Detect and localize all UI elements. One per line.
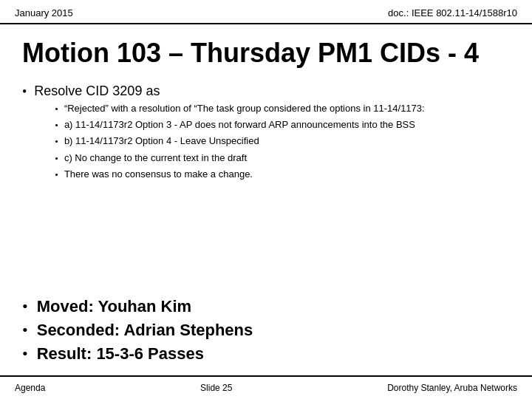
sub-bullet-icon: • [55,153,58,165]
sub-bullet-text: “Rejected” with a resolution of “The tas… [64,102,425,115]
bottom-bullet-item: •Result: 15-3-6 Passes [22,344,510,364]
footer-center: Slide 25 [200,383,232,393]
bottom-bullet-item: •Seconded: Adrian Stephens [22,321,510,340]
slide-header: January 2015 doc.: IEEE 802.11-14/1588r1… [0,0,532,24]
sub-bullet-icon: • [55,169,58,181]
footer-left: Agenda [15,383,45,393]
header-left: January 2015 [15,7,73,18]
sub-bullet-item: •“Rejected” with a resolution of “The ta… [55,102,424,115]
bottom-bullet-text: Moved: Youhan Kim [37,297,191,316]
bottom-bullet-item: •Moved: Youhan Kim [22,297,510,316]
header-right: doc.: IEEE 802.11-14/1588r10 [388,7,517,18]
bottom-bullet-icon: • [22,344,28,364]
top-bullet-item: • Resolve CID 3209 as •“Rejected” with a… [22,83,510,184]
bullet-icon: • [22,84,27,100]
bottom-bullet-text: Result: 15-3-6 Passes [37,344,204,364]
sub-bullets-list: •“Rejected” with a resolution of “The ta… [55,102,424,181]
sub-bullet-text: a) 11-14/1173r2 Option 3 - AP does not f… [64,118,415,132]
bottom-bullets-section: •Moved: Youhan Kim•Seconded: Adrian Step… [0,290,532,375]
sub-bullet-text: b) 11-14/1173r2 Option 4 - Leave Unspeci… [64,134,259,148]
bottom-bullet-icon: • [22,321,28,340]
sub-bullet-text: c) No change to the current text in the … [64,151,247,165]
top-bullet-text: Resolve CID 3209 as [34,83,160,98]
sub-bullet-icon: • [55,136,58,148]
sub-bullet-text: There was no consensus to make a change. [64,168,253,181]
sub-bullet-icon: • [55,103,58,115]
top-bullet-content: Resolve CID 3209 as •“Rejected” with a r… [34,83,424,184]
bottom-bullet-icon: • [22,297,28,316]
sub-bullet-item: •c) No change to the current text in the… [55,151,424,165]
content-area: • Resolve CID 3209 as •“Rejected” with a… [0,76,532,290]
sub-bullet-item: •b) 11-14/1173r2 Option 4 - Leave Unspec… [55,134,424,148]
sub-bullet-item: •a) 11-14/1173r2 Option 3 - AP does not … [55,118,424,132]
bottom-bullet-text: Seconded: Adrian Stephens [37,321,253,340]
footer-right: Dorothy Stanley, Aruba Networks [387,383,517,393]
sub-bullet-item: •There was no consensus to make a change… [55,168,424,181]
main-title: Motion 103 – Thursday PM1 CIDs - 4 [0,24,532,76]
slide: January 2015 doc.: IEEE 802.11-14/1588r1… [0,0,532,399]
sub-bullet-icon: • [55,120,58,132]
slide-footer: Agenda Slide 25 Dorothy Stanley, Aruba N… [0,375,532,399]
